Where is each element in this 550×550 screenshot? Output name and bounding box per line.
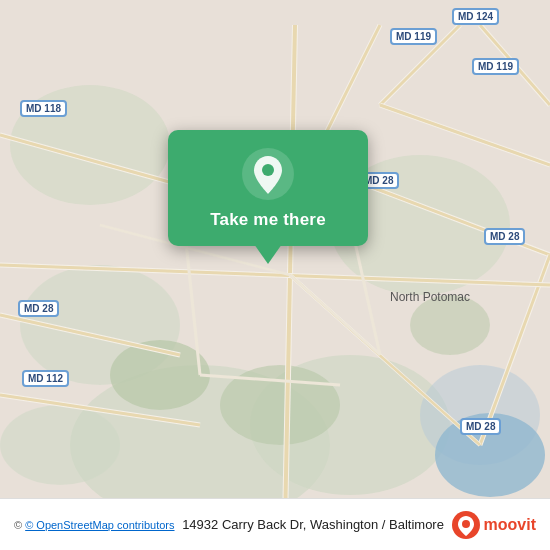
road-badge-md119b: MD 119 [472,58,519,75]
map-container: MD 124 MD 119 MD 119 MD 118 MD 28 MD 28 … [0,0,550,550]
road-badge-md119a: MD 119 [390,28,437,45]
attribution: © © OpenStreetMap contributors [14,519,175,531]
road-badge-md28d: MD 28 [460,418,501,435]
bottom-bar: © © OpenStreetMap contributors 14932 Car… [0,498,550,550]
svg-point-43 [262,164,274,176]
map-svg [0,0,550,550]
osm-link[interactable]: © OpenStreetMap contributors [25,519,174,531]
copyright-symbol: © [14,519,22,531]
location-pin-icon [242,148,294,200]
location-popup-card: Take me there [168,130,368,246]
road-badge-md28c: MD 28 [18,300,59,317]
svg-point-10 [410,295,490,355]
moovit-icon [452,511,480,539]
road-badge-md118: MD 118 [20,100,67,117]
take-me-there-button[interactable]: Take me there [210,210,326,230]
svg-point-7 [0,405,120,485]
moovit-logo: moovit [452,511,536,539]
address-label: 14932 Carry Back Dr, Washington / Baltim… [175,517,452,532]
road-badge-md124: MD 124 [452,8,499,25]
svg-point-45 [462,520,470,528]
area-label-north-potomac: North Potomac [390,290,470,304]
road-badge-md28b: MD 28 [484,228,525,245]
road-badge-md112: MD 112 [22,370,69,387]
moovit-label: moovit [484,516,536,534]
